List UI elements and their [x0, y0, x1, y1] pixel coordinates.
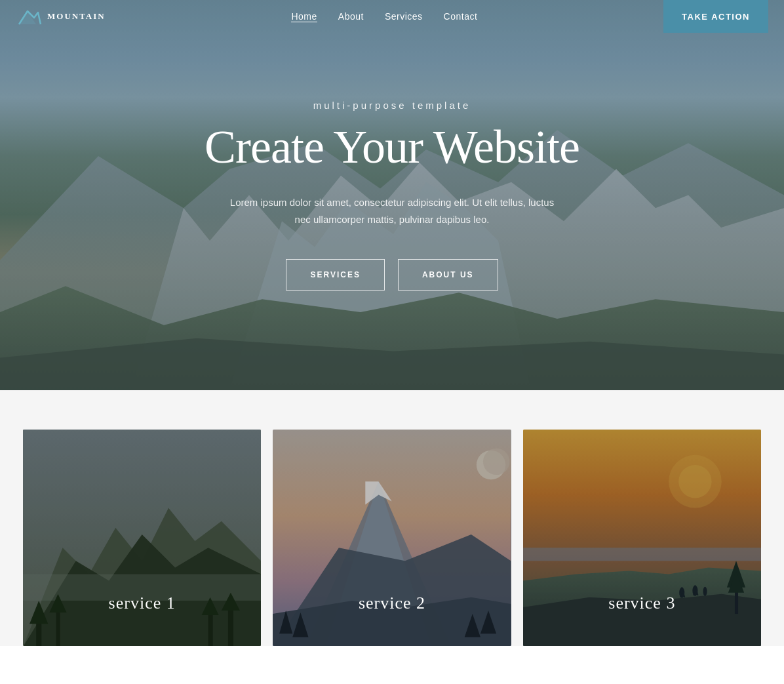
hero-title: Create Your Website [205, 121, 579, 173]
nav-link-services[interactable]: Services [385, 11, 423, 22]
logo[interactable]: MOUNTAIN [16, 3, 106, 30]
service-card-1-overlay [23, 430, 261, 646]
hero-content: multi-purpose template Create Your Websi… [191, 100, 593, 291]
service-card-2-overlay [273, 430, 511, 646]
services-section: service 1 [0, 390, 784, 646]
take-action-button[interactable]: TAKE ACTION [663, 0, 768, 33]
service-card-1[interactable]: service 1 [23, 430, 261, 646]
service-card-3[interactable]: service 3 [523, 430, 761, 646]
hero-description: Lorem ipsum dolor sit amet, consectetur … [222, 194, 562, 228]
hero-buttons: SERVICES ABOUT US [205, 259, 579, 291]
service-card-3-label: service 3 [523, 593, 761, 613]
services-button[interactable]: SERVICES [286, 259, 384, 291]
nav-link-contact[interactable]: Contact [444, 11, 478, 22]
nav-links: Home About Services Contact [291, 11, 477, 22]
mountain-logo-icon [16, 3, 42, 30]
nav-link-home[interactable]: Home [291, 11, 317, 22]
nav-link-about[interactable]: About [338, 11, 364, 22]
service-card-2[interactable]: service 2 [273, 430, 511, 646]
services-grid: service 1 [23, 430, 761, 646]
hero-section: multi-purpose template Create Your Websi… [0, 0, 784, 390]
navbar: MOUNTAIN Home About Services Contact TAK… [0, 0, 784, 33]
logo-text: MOUNTAIN [47, 11, 106, 22]
service-card-2-label: service 2 [273, 593, 511, 613]
hero-subtitle: multi-purpose template [205, 100, 579, 111]
service-card-1-label: service 1 [23, 593, 261, 613]
service-card-3-overlay [523, 430, 761, 646]
about-us-button[interactable]: ABOUT US [398, 259, 498, 291]
